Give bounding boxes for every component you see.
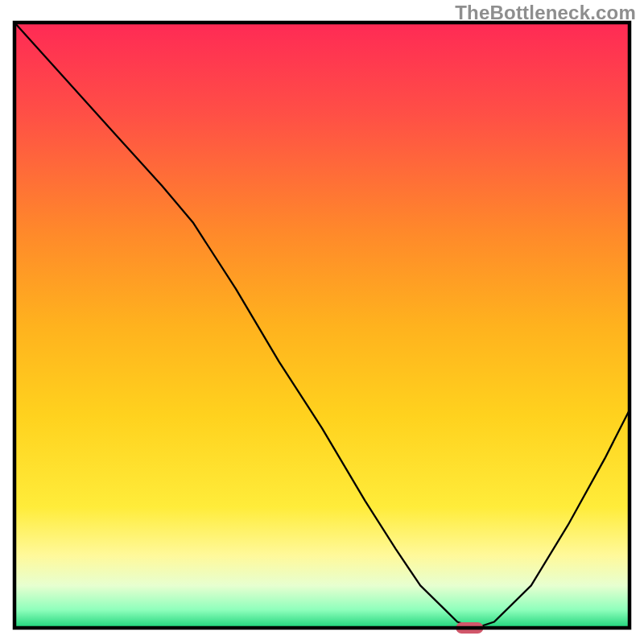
plot-svg (0, 0, 644, 644)
plot-background (14, 23, 630, 628)
chart-canvas: TheBottleneck.com (0, 0, 644, 644)
